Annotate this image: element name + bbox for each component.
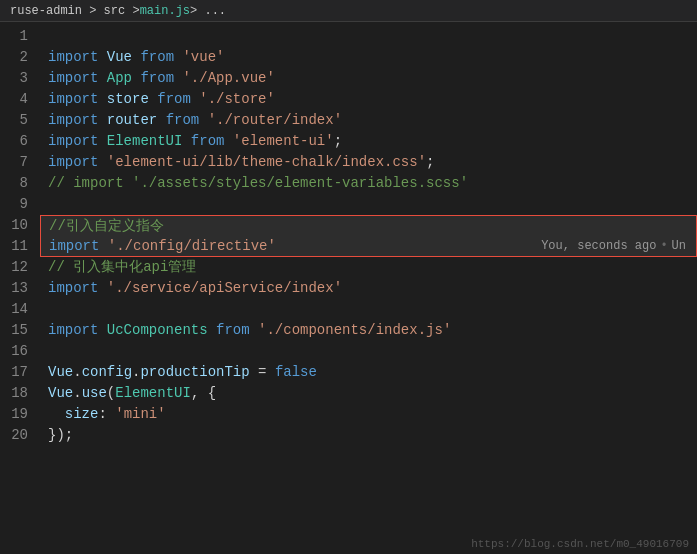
code-line xyxy=(40,341,697,362)
token-str: 'element-ui' xyxy=(233,131,334,152)
code-line: import UcComponents from './components/i… xyxy=(40,320,697,341)
token-cm: // import './assets/styles/element-varia… xyxy=(48,173,468,194)
token-kw: import xyxy=(49,236,108,257)
code-line: import App from './App.vue' xyxy=(40,68,697,89)
line-number: 1 xyxy=(10,26,28,47)
token-id: Vue xyxy=(107,47,141,68)
line-number: 9 xyxy=(10,194,28,215)
code-line: Vue.use(ElementUI, { xyxy=(40,383,697,404)
line-number: 11 xyxy=(10,236,28,257)
token-cn: App xyxy=(107,68,141,89)
line-number: 12 xyxy=(10,257,28,278)
token-cm: //引入自定义指令 xyxy=(49,216,164,237)
token-plain: . xyxy=(73,362,81,383)
token-id: Vue xyxy=(48,383,73,404)
token-kw: import xyxy=(48,278,107,299)
code-line: import router from './router/index' xyxy=(40,110,697,131)
token-str: './service/apiService/index' xyxy=(107,278,342,299)
line-number: 4 xyxy=(10,89,28,110)
code-line: size: 'mini' xyxy=(40,404,697,425)
line-numbers: 1234567891011121314151617181920 xyxy=(0,22,40,554)
token-kw: from xyxy=(191,131,233,152)
token-str: 'vue' xyxy=(182,47,224,68)
line-number: 17 xyxy=(10,362,28,383)
line-number: 15 xyxy=(10,320,28,341)
token-cn: UcComponents xyxy=(107,320,216,341)
watermark: https://blog.csdn.net/m0_49016709 xyxy=(471,538,689,550)
code-line: import './service/apiService/index' xyxy=(40,278,697,299)
editor-container: ruse-admin > src > main.js > ... 1234567… xyxy=(0,0,697,554)
token-id: store xyxy=(107,89,157,110)
token-prop: size xyxy=(65,404,99,425)
token-str: './store' xyxy=(199,89,275,110)
token-str: './config/directive' xyxy=(108,236,276,257)
token-kw: import xyxy=(48,110,107,131)
line-number: 7 xyxy=(10,152,28,173)
code-content[interactable]: import Vue from 'vue'import App from './… xyxy=(40,22,697,554)
line-number: 6 xyxy=(10,131,28,152)
line-number: 8 xyxy=(10,173,28,194)
line-number: 10 xyxy=(10,215,28,236)
code-line: import 'element-ui/lib/theme-chalk/index… xyxy=(40,152,697,173)
breadcrumb-filename: main.js xyxy=(140,4,190,18)
code-line: }); xyxy=(40,425,697,446)
token-cn: ElementUI xyxy=(115,383,191,404)
token-plain xyxy=(48,404,65,425)
tooltip-text: You, seconds ago xyxy=(541,236,656,257)
code-line: //引入自定义指令 xyxy=(40,215,697,236)
code-line: // import './assets/styles/element-varia… xyxy=(40,173,697,194)
token-str: 'element-ui/lib/theme-chalk/index.css' xyxy=(107,152,426,173)
token-plain: : xyxy=(98,404,115,425)
line-number: 3 xyxy=(10,68,28,89)
token-plain: , { xyxy=(191,383,216,404)
code-line: import Vue from 'vue' xyxy=(40,47,697,68)
token-kw: import xyxy=(48,68,107,89)
token-id: use xyxy=(82,383,107,404)
line-number: 18 xyxy=(10,383,28,404)
token-prop: config xyxy=(82,362,132,383)
code-line: import store from './store' xyxy=(40,89,697,110)
inline-tooltip: You, seconds ago•Un xyxy=(541,236,696,256)
breadcrumb-suffix: > ... xyxy=(190,4,226,18)
token-str: './App.vue' xyxy=(182,68,274,89)
token-cm: // 引入集中化api管理 xyxy=(48,257,196,278)
code-line: Vue.config.productionTip = false xyxy=(40,362,697,383)
token-plain: . xyxy=(132,362,140,383)
line-number: 20 xyxy=(10,425,28,446)
token-plain: ( xyxy=(107,383,115,404)
token-kw: import xyxy=(48,131,107,152)
token-cn: ElementUI xyxy=(107,131,191,152)
token-kw: import xyxy=(48,47,107,68)
token-plain: = xyxy=(258,362,275,383)
token-prop: productionTip xyxy=(140,362,258,383)
token-plain: ; xyxy=(334,131,342,152)
token-kw: from xyxy=(166,110,208,131)
line-number: 13 xyxy=(10,278,28,299)
breadcrumb: ruse-admin > src > main.js > ... xyxy=(0,0,697,22)
code-area: 1234567891011121314151617181920 import V… xyxy=(0,22,697,554)
token-plain: . xyxy=(73,383,81,404)
token-kw: import xyxy=(48,89,107,110)
token-kw: from xyxy=(140,47,182,68)
line-number: 2 xyxy=(10,47,28,68)
token-str: './router/index' xyxy=(208,110,342,131)
line-number: 5 xyxy=(10,110,28,131)
code-line: import ElementUI from 'element-ui'; xyxy=(40,131,697,152)
line-number: 16 xyxy=(10,341,28,362)
token-id: Vue xyxy=(48,362,73,383)
token-kw: from xyxy=(216,320,258,341)
line-number: 19 xyxy=(10,404,28,425)
token-kw: import xyxy=(48,320,107,341)
code-line xyxy=(40,194,697,215)
line-number: 14 xyxy=(10,299,28,320)
token-kw: import xyxy=(48,152,107,173)
token-str: './components/index.js' xyxy=(258,320,451,341)
code-line xyxy=(40,26,697,47)
token-str: 'mini' xyxy=(115,404,165,425)
breadcrumb-path: ruse-admin > src > xyxy=(10,4,140,18)
token-id: router xyxy=(107,110,166,131)
token-kw: from xyxy=(157,89,199,110)
token-plain: ; xyxy=(426,152,434,173)
token-kw: from xyxy=(140,68,182,89)
code-line: import './config/directive'You, seconds … xyxy=(40,236,697,257)
